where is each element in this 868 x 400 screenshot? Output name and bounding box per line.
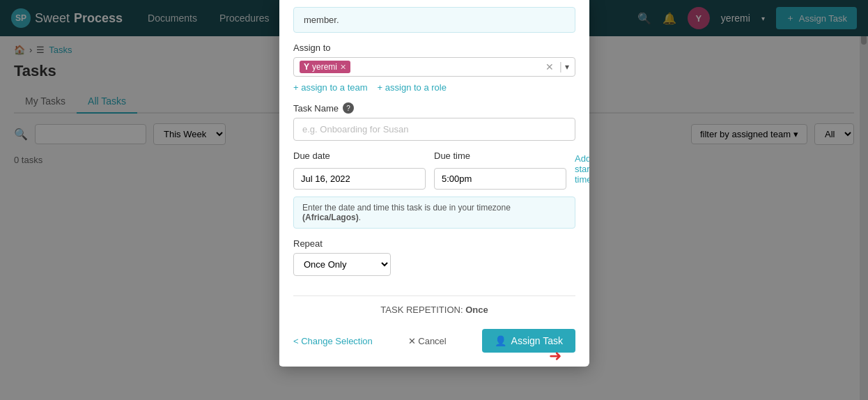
- task-name-input[interactable]: [293, 118, 575, 141]
- assignee-name: yeremi: [312, 62, 337, 72]
- repeat-select[interactable]: Once Only Daily Weekly Monthly: [293, 253, 391, 276]
- due-date-input[interactable]: [293, 168, 426, 190]
- assign-to-label: Assign to: [293, 43, 575, 53]
- due-time-label: Due time: [434, 151, 566, 161]
- assign-links: + assign to a team + assign to a role: [293, 82, 575, 93]
- dropdown-icon[interactable]: ▾: [565, 62, 569, 72]
- modal-top-info: member.: [293, 7, 575, 33]
- assignee-tag: Y yeremi ✕: [300, 61, 350, 73]
- modal-footer: < Change Selection ✕ Cancel 👤 Assign Tas…: [293, 326, 575, 353]
- modal: member. Assign to Y yeremi ✕ ✕ | ▾ + ass…: [279, 0, 589, 367]
- due-date-col: Due date: [293, 151, 426, 190]
- assign-btn-wrapper: 👤 Assign Task ➜: [481, 329, 575, 353]
- due-time-input[interactable]: [434, 168, 566, 190]
- due-date-label: Due date: [293, 151, 426, 161]
- repetition-value: Once: [465, 305, 488, 315]
- assign-to-role-link[interactable]: + assign to a role: [377, 82, 446, 93]
- due-time-col: Due time: [434, 151, 566, 190]
- repeat-label: Repeat: [293, 238, 575, 249]
- change-selection-button[interactable]: < Change Selection: [293, 336, 373, 346]
- divider: [293, 295, 575, 296]
- remove-assignee-icon[interactable]: ✕: [340, 63, 346, 72]
- datetime-row: Due date Due time Add start time: [293, 151, 575, 190]
- assign-person-icon: 👤: [494, 335, 506, 346]
- assign-to-field[interactable]: Y yeremi ✕ ✕ | ▾: [293, 57, 575, 77]
- arrow-indicator: ➜: [549, 347, 561, 365]
- clear-field-icon[interactable]: ✕: [545, 61, 553, 72]
- help-icon[interactable]: ?: [343, 102, 354, 114]
- add-start-time-link[interactable]: Add start time: [575, 153, 589, 190]
- timezone-value: (Africa/Lagos): [302, 213, 359, 222]
- timezone-note: Enter the date and time this task is due…: [293, 197, 575, 229]
- cancel-button[interactable]: ✕ Cancel: [408, 336, 446, 346]
- assignee-letter: Y: [304, 62, 309, 72]
- repetition-info: TASK REPETITION: Once: [293, 305, 575, 315]
- assign-to-team-link[interactable]: + assign to a team: [293, 82, 368, 93]
- task-name-label: Task Name ?: [293, 102, 575, 114]
